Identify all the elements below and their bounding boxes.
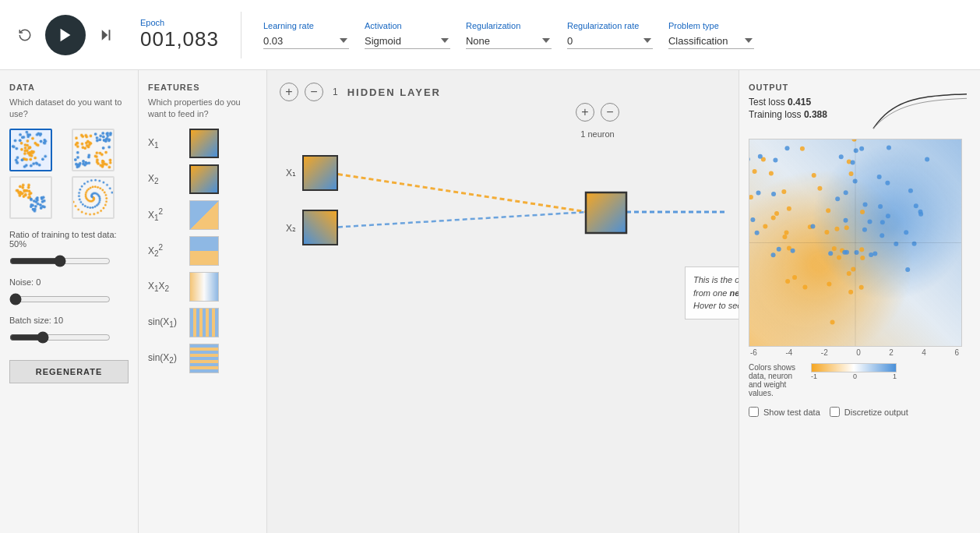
legend-labels: -1 0 1 [811,372,897,380]
remove-layer-button[interactable]: − [305,83,323,101]
training-loss-value: 0.388 [804,109,827,120]
feature-sinx1-label: sin(X1) [148,316,183,329]
divider-1 [241,12,241,58]
features-title: FEATURES [148,83,257,92]
problem-type-select[interactable]: Classification Regression [668,34,754,49]
svg-marker-1 [102,30,108,41]
x2-label: X₂ [286,223,296,234]
noise-slider[interactable] [9,293,111,305]
feature-x2sq: X22 [148,236,257,266]
step-button[interactable] [93,23,118,48]
show-test-checkbox[interactable] [749,407,759,417]
batch-slider[interactable] [9,331,111,344]
data-desc: Which dataset do you want to use? [9,97,129,121]
reg-rate-select[interactable]: 0 0.001 0.01 0.1 [567,34,653,49]
training-loss: Training loss 0.388 [749,109,827,120]
dataset-gaussian[interactable] [9,176,52,219]
legend-mid: 0 [853,372,857,380]
hidden-neuron[interactable] [586,192,626,233]
feature-x1sq-label: X12 [148,207,183,222]
problem-type-group: Problem type Classification Regression [668,21,754,49]
playback-controls [12,15,118,55]
regenerate-button[interactable]: REGENERATE [9,360,129,383]
main-content: DATA Which dataset do you want to use? R… [0,70,980,533]
feature-x2: X2 [148,164,257,194]
noise-group: Noise: 0 [9,277,129,308]
feature-x2-label: X2 [148,173,183,185]
network-panel: + − 1 HIDDEN LAYER + − 1 neuron [267,70,739,533]
batch-label: Batch size: 10 [9,316,129,325]
show-test-checkbox-label[interactable]: Show test data [749,407,820,417]
learning-rate-label: Learning rate [263,21,349,30]
discretize-checkbox[interactable] [830,407,840,417]
activation-select[interactable]: Sigmoid ReLU Tanh Linear [365,34,450,49]
x1-node[interactable] [303,156,337,190]
data-panel: DATA Which dataset do you want to use? R… [0,70,139,533]
discretize-label: Discretize output [844,408,908,417]
x1-label: X₁ [286,168,296,178]
activation-group: Activation Sigmoid ReLU Tanh Linear [365,21,450,49]
feature-x1-label: X1 [148,137,183,150]
feature-x2sq-thumb[interactable] [189,236,219,266]
feature-sinx2: sin(X2) [148,344,257,373]
add-layer-button[interactable]: + [280,83,298,101]
neuron-count-label: 1 neuron [580,129,614,139]
layer-count: 1 [333,86,338,97]
feature-sinx1: sin(X1) [148,308,257,337]
output-losses: OUTPUT Test loss 0.415 Training loss 0.3… [749,83,827,122]
feature-sinx2-thumb[interactable] [189,344,219,373]
regularization-select[interactable]: None L1 L2 [466,34,552,49]
network-header: + − 1 HIDDEN LAYER [280,83,726,101]
svg-line-4 [330,212,587,228]
test-loss-label: Test loss [749,97,785,108]
dataset-xor[interactable] [72,129,115,171]
noise-label: Noise: 0 [9,277,129,287]
add-neuron-button[interactable]: + [576,103,594,122]
training-loss-label: Training loss [749,109,802,120]
dataset-spiral[interactable] [72,176,115,219]
discretize-checkbox-label[interactable]: Discretize output [830,407,908,417]
ratio-label: Ratio of training to test data: 50% [9,230,129,249]
color-bar [811,363,897,372]
features-desc: Which properties do you want to feed in? [148,97,257,121]
feature-x1: X1 [148,129,257,158]
feature-x1sq: X12 [148,200,257,230]
output-title: OUTPUT [749,83,827,92]
batch-group: Batch size: 10 [9,316,129,346]
features-panel: FEATURES Which properties do you want to… [139,70,267,533]
regularization-label: Regularization [466,21,552,30]
activation-label: Activation [365,21,450,30]
data-title: DATA [9,83,129,92]
feature-x2-thumb[interactable] [189,164,219,194]
reg-rate-label: Regularization rate [567,21,653,30]
play-button[interactable] [45,15,86,55]
learning-rate-group: Learning rate 0.03 0.001 0.01 0.1 [263,21,349,49]
test-loss-value: 0.415 [788,97,811,108]
feature-x2sq-label: X22 [148,243,183,258]
network-container: + − 1 neuron [280,111,726,376]
feature-sinx1-thumb[interactable] [189,308,219,337]
x2-node[interactable] [303,210,337,245]
epoch-label: Epoch [140,18,219,27]
reset-button[interactable] [12,23,37,48]
legend-max: 1 [893,372,897,380]
ratio-slider[interactable] [9,255,111,267]
epoch-value: 001,083 [140,27,219,51]
feature-x1-thumb[interactable] [189,129,219,158]
problem-type-label: Problem type [668,21,754,30]
top-bar: Epoch 001,083 Learning rate 0.03 0.001 0… [0,0,980,70]
feature-x1x2-label: X1X2 [148,281,183,293]
learning-rate-select[interactable]: 0.03 0.001 0.01 0.1 [263,34,349,49]
dataset-circle[interactable] [9,129,52,171]
feature-x1sq-thumb[interactable] [189,200,219,230]
network-svg: X₁ X₂ [280,111,726,360]
epoch-block: Epoch 001,083 [140,18,219,51]
test-loss: Test loss 0.415 [749,97,827,108]
svg-line-3 [330,173,587,212]
remove-neuron-button[interactable]: − [601,103,619,122]
dataset-grid [9,129,129,219]
legend-min: -1 [811,372,817,380]
loss-chart [869,86,971,132]
reg-rate-group: Regularization rate 0 0.001 0.01 0.1 [567,21,653,49]
feature-x1x2-thumb[interactable] [189,272,219,302]
